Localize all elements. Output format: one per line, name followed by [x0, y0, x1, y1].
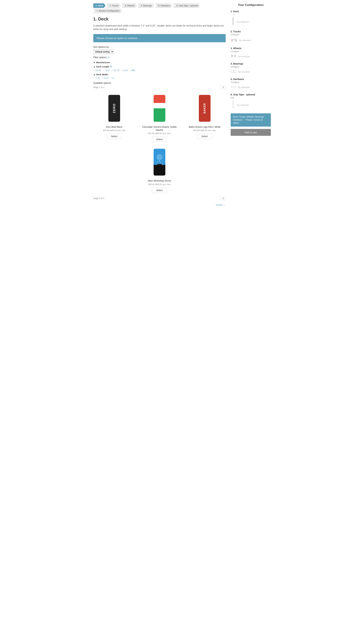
svg-rect-5	[231, 39, 237, 40]
config-title-wheels: 3. Wheels	[231, 47, 271, 50]
page-num-top[interactable]: 1	[221, 85, 225, 89]
step-review[interactable]: 7. Review Configuration	[93, 9, 122, 13]
deck-image-chocolate	[154, 95, 165, 122]
filter-deck-width: ▲ Deck Width ✓ 7.75" ✓ 8.25" ✓ 8"	[93, 73, 226, 79]
product-card-chocolate: Chocolate Vincent Alvarez Subtle Square …	[139, 92, 181, 144]
config-link-deck[interactable]: … ✎	[231, 13, 271, 16]
config-icon-trucks	[231, 37, 237, 43]
filter-option-825[interactable]: ✓ 8.25"	[102, 77, 109, 79]
svg-rect-15	[232, 101, 234, 108]
step-deck[interactable]: 1. Deck	[93, 3, 106, 8]
step-wheels[interactable]: 3. Wheels	[121, 3, 137, 8]
page-title: 1. Deck	[93, 17, 226, 22]
deck-width-toggle[interactable]: ▲ Deck Width	[93, 73, 226, 76]
config-section-bearings: 4. Bearings Configure No selection	[231, 62, 271, 74]
deck-image-zero: ZERO	[108, 95, 120, 122]
config-title-grip-tape: 6. Grip Tape - optional	[231, 93, 271, 96]
config-link-hardware[interactable]: Configure	[231, 81, 271, 83]
config-item-deck: No selection	[231, 17, 271, 26]
filter-option-315[interactable]: ✓ 31.5"	[103, 69, 110, 72]
sidebar: Your Configuration 1. Deck … ✎ No select…	[231, 3, 271, 206]
config-section-trucks: 2. Trucks Configure No selection	[231, 30, 271, 43]
sort-select[interactable]: Default sorting	[93, 49, 114, 54]
page-num-bottom[interactable]: 1	[221, 196, 225, 200]
step-bearings[interactable]: 4. Bearings	[138, 3, 154, 8]
deck-image-baker: BAKER	[199, 95, 211, 122]
deck-width-label: Deck Width	[96, 73, 108, 76]
product-name-chocolate: Chocolate Vincent Alvarez Subtle Square	[140, 125, 179, 132]
config-item-hardware: No selection	[231, 85, 271, 90]
svg-point-0	[156, 154, 163, 160]
config-link-wheels[interactable]: Configure	[231, 50, 271, 53]
sort-label: Sort options by	[93, 46, 226, 48]
product-grid: ZERO Zero Bold Black $52.68 ($49.00 excl…	[93, 92, 226, 144]
config-no-selection-bearings: No selection	[238, 71, 250, 73]
product-image-alien	[154, 147, 165, 177]
select-button-baker[interactable]: Select	[197, 134, 212, 139]
filter-option-3175[interactable]: ✓ 31.75"	[111, 69, 120, 72]
svg-point-8	[231, 54, 233, 57]
deck-length-toggle[interactable]: ▲ Deck Length ↻	[93, 65, 226, 68]
add-to-cart-button[interactable]: Add to cart	[231, 129, 271, 136]
deck-length-arrow: ▲	[93, 65, 95, 68]
step-grip-tape[interactable]: 6. Grip Tape - optional	[173, 3, 200, 8]
config-section-grip-tape: 6. Grip Tape - optional Edit No selectio…	[231, 93, 271, 110]
manufacturer-arrow: ▼	[93, 61, 95, 64]
next-step-link[interactable]: Trucks →	[216, 204, 225, 206]
filter-refresh-icon[interactable]: ↻	[108, 56, 110, 59]
filter-option-3125[interactable]: ✓ 31.25"	[93, 69, 102, 72]
deck-length-refresh-icon[interactable]: ↻	[110, 65, 112, 68]
deck-width-arrow: ▲	[93, 73, 95, 76]
main-content: 1. Deck 2. Trucks 3. Wheels 4. Bearings …	[93, 3, 226, 206]
config-icon-bearings	[231, 69, 236, 74]
config-item-trucks: No selection	[231, 37, 271, 43]
filter-manufacturer: ▼ Manufacturer	[93, 61, 226, 64]
deck-image-alien	[154, 149, 165, 175]
filter-option-325[interactable]: ✓ 32.5"	[121, 69, 128, 72]
config-title-hardware: 5. Hardware	[231, 78, 271, 80]
product-image-zero: ZERO	[95, 93, 133, 123]
product-name-baker: Baker Brand Logo Red / White	[185, 125, 224, 128]
product-price-baker: $52.68 ($49.00 excl. tax)	[185, 129, 224, 132]
filter-row: Filter options ↻	[93, 56, 226, 59]
deck-length-options: ✓ 31.25" ✓ 31.5" ✓ 31.75" ✓ 32.5" ✓ 32	[93, 69, 226, 72]
config-icon-wheels	[231, 54, 236, 59]
config-link-grip-tape[interactable]: Edit	[231, 97, 271, 99]
choose-banner: Please choose an option to continue…	[93, 34, 226, 42]
config-icon-hardware	[231, 85, 236, 90]
config-section-hardware: 5. Hardware Configure No selection	[231, 78, 271, 90]
config-link-trucks[interactable]: Configure	[231, 34, 271, 36]
svg-point-6	[231, 40, 233, 42]
svg-point-14	[235, 86, 236, 88]
select-button-alien[interactable]: Select	[152, 188, 167, 193]
config-no-selection-wheels: No selection	[238, 55, 250, 58]
select-button-chocolate[interactable]: Select	[152, 137, 167, 142]
config-title-trucks: 2. Trucks	[231, 30, 271, 33]
product-image-chocolate	[140, 93, 179, 123]
filter-option-32[interactable]: ✓ 32"	[130, 69, 136, 72]
sort-row: Sort options by Default sorting	[93, 46, 226, 54]
svg-point-12	[231, 86, 232, 88]
config-link-bearings[interactable]: Configure	[231, 66, 271, 68]
product-name-alien: Alien Workshop Drone	[148, 179, 171, 182]
product-price-alien: $49.45 ($46.00 excl. tax)	[148, 183, 170, 186]
manufacturer-toggle[interactable]: ▼ Manufacturer	[93, 61, 226, 64]
filter-option-8[interactable]: ✓ 8"	[110, 77, 114, 79]
step-hardware[interactable]: 5. Hardware	[155, 3, 172, 8]
select-button-zero[interactable]: Select	[107, 134, 122, 139]
config-item-wheels: No selection	[231, 54, 271, 59]
svg-point-9	[234, 54, 236, 57]
config-no-selection-deck: No selection	[237, 21, 249, 23]
filter-label: Filter options	[93, 56, 107, 59]
config-icon-deck	[231, 17, 235, 26]
filter-option-775[interactable]: ✓ 7.75"	[93, 77, 101, 79]
next-step: Trucks →	[93, 204, 226, 206]
filter-deck-length: ▲ Deck Length ↻ ✓ 31.25" ✓ 31.5" ✓ 31.75…	[93, 65, 226, 72]
step-trucks[interactable]: 2. Trucks	[106, 3, 121, 8]
page-info-text-bottom: Page 1 of 1	[93, 197, 105, 199]
config-section-deck: 1. Deck … ✎ No selection	[231, 10, 271, 26]
config-title-deck: 1. Deck	[231, 10, 271, 13]
deck-description: A standard skateboard deck width is betw…	[93, 24, 226, 31]
svg-rect-1	[157, 164, 162, 172]
svg-point-13	[233, 86, 234, 88]
